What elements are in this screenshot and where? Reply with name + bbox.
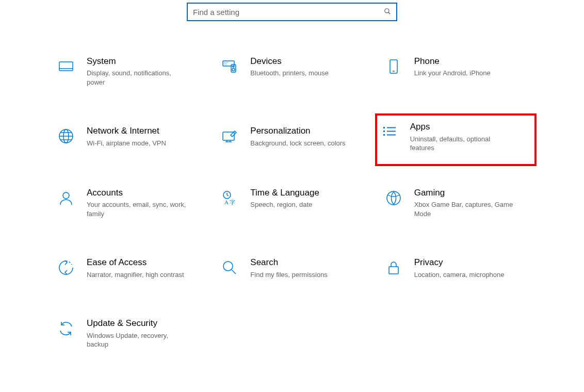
svg-point-12 bbox=[232, 69, 235, 71]
tile-desc: Xbox Game Bar, captures, Game Mode bbox=[414, 200, 517, 218]
tile-system[interactable]: System Display, sound, notifications, po… bbox=[52, 52, 205, 91]
tile-search[interactable]: Search Find my files, permissions bbox=[215, 253, 368, 283]
tile-time-language[interactable]: A 字 Time & Language Speech, region, date bbox=[215, 184, 368, 222]
devices-icon bbox=[219, 56, 240, 77]
tile-desc: Your accounts, email, sync, work, family bbox=[87, 200, 190, 218]
network-icon bbox=[56, 126, 76, 146]
svg-text:A: A bbox=[224, 199, 229, 205]
apps-icon bbox=[379, 122, 400, 142]
tile-title: Devices bbox=[250, 56, 329, 67]
tile-desc: Find my files, permissions bbox=[250, 270, 328, 280]
search-tile-icon bbox=[219, 257, 240, 278]
tile-personalization[interactable]: Personalization Background, lock screen,… bbox=[215, 122, 368, 152]
tile-apps[interactable]: Apps Uninstall, defaults, optional featu… bbox=[375, 113, 537, 166]
tile-title: System bbox=[87, 56, 190, 67]
tile-title: Gaming bbox=[414, 188, 517, 198]
tile-update-security[interactable]: Update & Security Windows Update, recove… bbox=[52, 314, 205, 353]
gaming-icon bbox=[383, 188, 404, 208]
tile-title: Privacy bbox=[414, 257, 505, 268]
tile-title: Update & Security bbox=[87, 318, 190, 329]
tile-title: Network & Internet bbox=[87, 126, 166, 136]
svg-point-36 bbox=[387, 191, 400, 205]
tile-desc: Speech, region, date bbox=[250, 200, 319, 209]
time-language-icon: A 字 bbox=[219, 188, 240, 208]
svg-rect-26 bbox=[383, 134, 385, 136]
search-box[interactable] bbox=[187, 3, 397, 21]
tile-desc: Wi-Fi, airplane mode, VPN bbox=[87, 139, 166, 148]
svg-rect-24 bbox=[383, 127, 385, 128]
svg-line-38 bbox=[232, 270, 236, 274]
svg-point-37 bbox=[223, 262, 233, 271]
tile-title: Personalization bbox=[250, 126, 345, 136]
privacy-icon bbox=[383, 257, 404, 278]
svg-line-33 bbox=[227, 195, 229, 196]
svg-point-11 bbox=[233, 66, 234, 68]
system-icon bbox=[56, 56, 76, 77]
update-security-icon bbox=[56, 318, 76, 339]
tile-devices[interactable]: Devices Bluetooth, printers, mouse bbox=[215, 52, 368, 91]
tile-desc: Location, camera, microphone bbox=[414, 270, 505, 280]
tile-desc: Narrator, magnifier, high contrast bbox=[87, 270, 184, 280]
tile-desc: Link your Android, iPhone bbox=[414, 69, 491, 78]
tile-phone[interactable]: Phone Link your Android, iPhone bbox=[379, 52, 532, 91]
tile-title: Search bbox=[250, 257, 328, 268]
svg-rect-2 bbox=[59, 62, 73, 71]
tile-title: Accounts bbox=[87, 188, 190, 198]
tile-privacy[interactable]: Privacy Location, camera, microphone bbox=[379, 253, 532, 283]
accounts-icon bbox=[56, 188, 76, 208]
tile-desc: Bluetooth, printers, mouse bbox=[250, 69, 329, 78]
tile-title: Ease of Access bbox=[87, 257, 184, 268]
tile-accounts[interactable]: Accounts Your accounts, email, sync, wor… bbox=[52, 184, 205, 222]
personalization-icon bbox=[219, 126, 240, 146]
svg-text:字: 字 bbox=[230, 199, 235, 205]
svg-rect-25 bbox=[383, 130, 385, 132]
tile-gaming[interactable]: Gaming Xbox Game Bar, captures, Game Mod… bbox=[379, 184, 532, 222]
tile-desc: Display, sound, notifications, power bbox=[87, 69, 190, 87]
tile-desc: Background, lock screen, colors bbox=[250, 139, 345, 148]
svg-rect-39 bbox=[389, 267, 398, 274]
search-icon bbox=[384, 8, 391, 17]
tile-desc: Uninstall, defaults, optional features bbox=[410, 135, 513, 153]
ease-of-access-icon bbox=[56, 257, 76, 278]
tile-title: Phone bbox=[414, 56, 491, 67]
tile-network[interactable]: Network & Internet Wi-Fi, airplane mode,… bbox=[52, 122, 205, 152]
phone-icon bbox=[383, 56, 404, 77]
search-input[interactable] bbox=[193, 8, 384, 17]
svg-point-0 bbox=[385, 8, 389, 12]
tile-title: Apps bbox=[410, 122, 513, 132]
tile-ease-of-access[interactable]: Ease of Access Narrator, magnifier, high… bbox=[52, 253, 205, 283]
svg-rect-4 bbox=[223, 61, 234, 66]
svg-line-1 bbox=[388, 12, 391, 14]
tile-title: Time & Language bbox=[250, 188, 319, 198]
svg-point-30 bbox=[63, 192, 69, 199]
tile-desc: Windows Update, recovery, backup bbox=[87, 331, 190, 349]
settings-grid: System Display, sound, notifications, po… bbox=[0, 52, 584, 353]
